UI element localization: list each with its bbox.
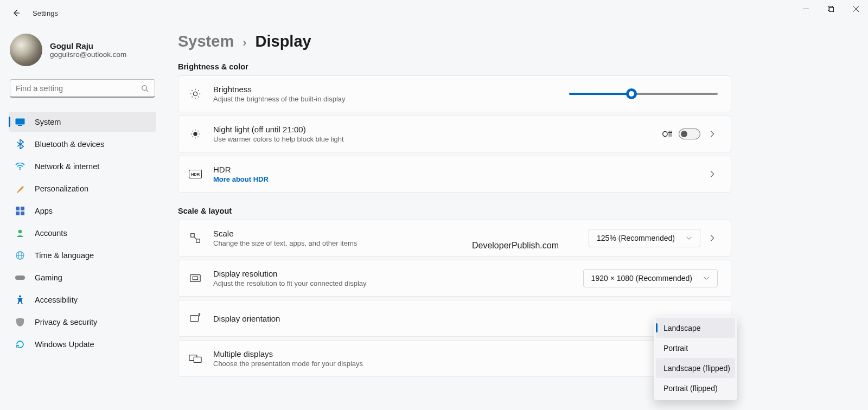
- brightness-title: Brightness: [213, 85, 569, 94]
- sidebar-item-accessibility[interactable]: Accessibility: [9, 290, 156, 310]
- chevron-down-icon: [684, 233, 694, 244]
- svg-point-10: [18, 229, 22, 233]
- search-box[interactable]: [10, 79, 155, 98]
- maximize-button[interactable]: [818, 0, 843, 17]
- back-button[interactable]: [10, 7, 23, 20]
- title-bar: Settings: [0, 0, 868, 26]
- svg-rect-25: [194, 357, 201, 362]
- orientation-icon: [188, 311, 202, 325]
- brush-icon: [15, 184, 25, 194]
- sidebar-item-time-language[interactable]: Time & language: [9, 245, 156, 265]
- breadcrumb: System › Display: [178, 33, 853, 50]
- section-scale-layout: Scale & layout: [178, 207, 853, 215]
- chevron-right-icon: [707, 233, 718, 244]
- sidebar-item-system[interactable]: System: [9, 112, 156, 132]
- sidebar: Gogul Raju gogulisro@outlook.com SystemB…: [0, 26, 163, 410]
- sidebar-item-gaming[interactable]: Gaming: [9, 267, 156, 287]
- multiple-displays-title: Multiple displays: [213, 349, 718, 358]
- search-icon: [141, 84, 149, 93]
- scale-icon: [188, 231, 202, 245]
- brightness-subtitle: Adjust the brightness of the built-in di…: [213, 95, 569, 103]
- svg-point-15: [193, 92, 197, 95]
- orientation-option[interactable]: Landscape (flipped): [656, 358, 735, 378]
- profile-block[interactable]: Gogul Raju gogulisro@outlook.com: [9, 34, 156, 66]
- orientation-option[interactable]: Portrait (flipped): [656, 378, 735, 398]
- sun-dim-icon: [188, 127, 202, 141]
- sidebar-item-label: Bluetooth & devices: [35, 140, 104, 149]
- multiple-displays-card[interactable]: Multiple displays Choose the presentatio…: [178, 340, 731, 377]
- night-light-card[interactable]: Night light (off until 21:00) Use warmer…: [178, 116, 731, 152]
- orientation-option[interactable]: Landscape: [656, 318, 735, 338]
- sidebar-item-label: Windows Update: [35, 340, 94, 349]
- svg-rect-6: [16, 207, 20, 210]
- sidebar-item-privacy-security[interactable]: Privacy & security: [9, 312, 156, 332]
- person-icon: [15, 228, 25, 238]
- sidebar-item-bluetooth-devices[interactable]: Bluetooth & devices: [9, 134, 156, 154]
- chevron-right-icon: ›: [242, 36, 246, 50]
- apps-icon: [15, 206, 25, 216]
- sidebar-item-label: Apps: [35, 207, 53, 215]
- window-controls: [793, 0, 868, 17]
- svg-point-14: [19, 295, 21, 297]
- svg-rect-8: [16, 212, 20, 215]
- scale-value: 125% (Recommended): [597, 234, 675, 242]
- breadcrumb-root[interactable]: System: [178, 33, 234, 50]
- scale-title: Scale: [213, 229, 589, 238]
- hdr-card[interactable]: HDR HDR More about HDR: [178, 156, 731, 193]
- sidebar-item-label: Personalization: [35, 184, 88, 193]
- sidebar-item-label: Network & internet: [35, 162, 99, 171]
- scale-card[interactable]: Scale Change the size of text, apps, and…: [178, 220, 731, 257]
- avatar: [10, 34, 42, 66]
- sidebar-item-personalization[interactable]: Personalization: [9, 178, 156, 198]
- night-light-state-label: Off: [662, 130, 672, 138]
- resolution-card: Display resolution Adjust the resolution…: [178, 260, 731, 297]
- gaming-icon: [15, 273, 25, 283]
- orientation-option[interactable]: Portrait: [656, 338, 735, 358]
- sun-icon: [188, 87, 202, 101]
- night-light-title: Night light (off until 21:00): [213, 125, 662, 134]
- sidebar-item-label: Time & language: [35, 251, 94, 260]
- bluetooth-icon: [15, 139, 25, 149]
- svg-rect-1: [829, 7, 833, 11]
- nav: SystemBluetooth & devicesNetwork & inter…: [9, 112, 156, 354]
- accessibility-icon: [15, 295, 25, 305]
- svg-rect-13: [15, 276, 25, 280]
- scale-subtitle: Change the size of text, apps, and other…: [213, 239, 589, 247]
- minimize-button[interactable]: [793, 0, 818, 17]
- scale-dropdown[interactable]: 125% (Recommended): [589, 229, 700, 247]
- main-content: System › Display Brightness & color Brig…: [163, 26, 868, 410]
- orientation-card: Display orientation: [178, 300, 731, 337]
- sidebar-item-label: Gaming: [35, 273, 62, 282]
- svg-rect-23: [190, 316, 199, 322]
- brightness-slider[interactable]: [569, 93, 718, 95]
- svg-rect-7: [21, 207, 24, 210]
- sidebar-item-network-internet[interactable]: Network & internet: [9, 156, 156, 176]
- svg-point-16: [193, 132, 197, 136]
- brightness-card: Brightness Adjust the brightness of the …: [178, 75, 731, 112]
- multiple-displays-icon: [188, 351, 202, 366]
- sidebar-item-accounts[interactable]: Accounts: [9, 223, 156, 243]
- sidebar-item-apps[interactable]: Apps: [9, 201, 156, 221]
- sidebar-item-windows-update[interactable]: Windows Update: [9, 334, 156, 354]
- svg-rect-3: [16, 118, 25, 124]
- close-button[interactable]: [843, 0, 868, 17]
- night-light-toggle[interactable]: [679, 129, 700, 139]
- sidebar-item-label: System: [35, 118, 61, 126]
- svg-rect-4: [18, 125, 22, 126]
- shield-icon: [15, 317, 25, 327]
- resolution-subtitle: Adjust the resolution to fit your connec…: [213, 279, 583, 287]
- section-brightness-color: Brightness & color: [178, 62, 853, 71]
- hdr-link[interactable]: More about HDR: [213, 175, 707, 183]
- orientation-popup[interactable]: LandscapePortraitLandscape (flipped)Port…: [654, 316, 737, 400]
- resolution-dropdown[interactable]: 1920 × 1080 (Recommended): [583, 269, 718, 287]
- update-icon: [15, 339, 25, 349]
- resolution-value: 1920 × 1080 (Recommended): [591, 274, 692, 283]
- svg-point-5: [20, 168, 21, 169]
- chevron-right-icon: [707, 129, 718, 139]
- search-input[interactable]: [16, 84, 141, 93]
- globe-icon: [15, 251, 25, 260]
- system-icon: [15, 117, 25, 127]
- svg-rect-20: [196, 239, 200, 242]
- resolution-icon: [188, 271, 202, 285]
- page-title: Display: [256, 33, 311, 50]
